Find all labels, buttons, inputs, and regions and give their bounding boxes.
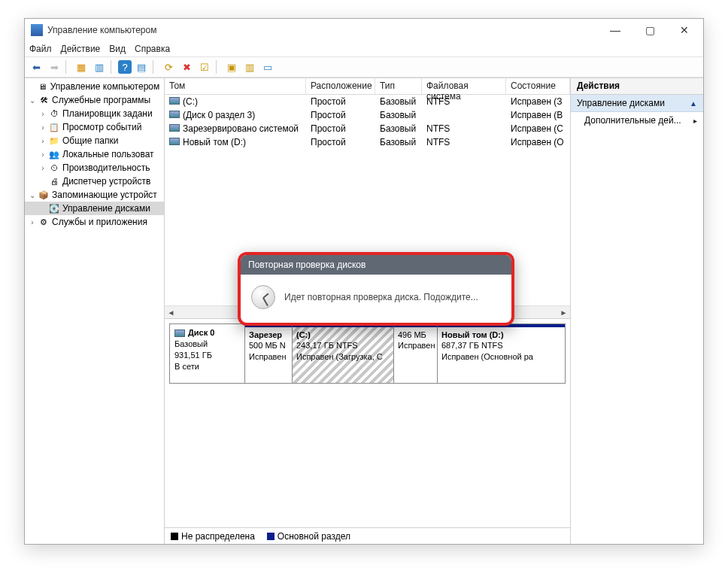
tree-system-tools[interactable]: ⌄ 🛠 Служебные программы xyxy=(25,93,164,107)
refresh-button[interactable]: ⟳ xyxy=(160,59,177,75)
back-button[interactable]: ⬅ xyxy=(28,59,44,75)
expand-icon[interactable]: › xyxy=(38,110,47,118)
menu-help[interactable]: Справка xyxy=(135,44,170,54)
actions-more-label: Дополнительные дей... xyxy=(584,115,681,126)
column-filesystem[interactable]: Файловая система xyxy=(422,78,506,94)
clock-icon xyxy=(251,285,275,309)
gauge-icon: ⏲ xyxy=(48,162,60,173)
navigation-tree[interactable]: 🖥 Управление компьютером (л ⌄ 🛠 Служебны… xyxy=(25,78,165,544)
actions-more[interactable]: Дополнительные дей... ▸ xyxy=(571,112,703,129)
disk-partitions: Зарезер 500 МБ N Исправен (C:) 243,17 ГБ… xyxy=(245,324,565,383)
menu-file[interactable]: Файл xyxy=(29,44,52,54)
collapse-icon[interactable]: ▲ xyxy=(690,99,697,108)
blank-area xyxy=(165,388,570,527)
expand-icon[interactable]: › xyxy=(38,137,47,145)
volume-icon xyxy=(169,124,180,132)
partition-size: 243,17 ГБ NTFS xyxy=(296,341,358,350)
event-icon: 📋 xyxy=(48,122,60,132)
partition-status: Исправен (Загрузка, С xyxy=(296,352,383,361)
app-icon xyxy=(31,24,43,36)
toolbar-separator xyxy=(65,60,70,74)
minimize-button[interactable]: — xyxy=(598,19,632,41)
scroll-right-button[interactable]: ► xyxy=(557,306,570,319)
partition-c[interactable]: (C:) 243,17 ГБ NTFS Исправен (Загрузка, … xyxy=(292,324,393,383)
tree-event-viewer[interactable]: › 📋 Просмотр событий xyxy=(25,120,164,134)
legend: Не распределена Основной раздел xyxy=(165,527,570,544)
view-button[interactable]: ▤ xyxy=(133,59,150,75)
partition-title: (C:) xyxy=(296,329,390,340)
maximize-button[interactable]: ▢ xyxy=(632,19,667,41)
settings-button[interactable]: ☑ xyxy=(196,59,213,75)
disk-type: Базовый xyxy=(174,339,240,350)
legend-primary: Основной раздел xyxy=(267,531,350,542)
tree-shared-folders[interactable]: › 📁 Общие папки xyxy=(25,134,164,147)
legend-unallocated: Не распределена xyxy=(171,531,255,542)
toolbar-separator xyxy=(111,60,115,74)
tree-storage[interactable]: ⌄ 📦 Запоминающие устройст xyxy=(25,188,164,202)
tools-icon: 🛠 xyxy=(38,95,50,105)
actions-header: Действия xyxy=(571,78,703,95)
expand-icon[interactable]: › xyxy=(38,123,47,132)
clock-icon: ⏱ xyxy=(48,108,60,119)
scroll-left-button[interactable]: ◄ xyxy=(165,306,177,319)
dialog-body: Идет повторная проверка диска. Подождите… xyxy=(241,275,511,323)
tree-task-scheduler[interactable]: › ⏱ Планировщик задани xyxy=(25,107,164,120)
partition-status: Исправен xyxy=(398,341,435,350)
close-button[interactable]: ✕ xyxy=(667,19,702,41)
menu-view[interactable]: Вид xyxy=(109,44,126,54)
partition-size: 496 МБ xyxy=(398,330,426,339)
column-status[interactable]: Состояние xyxy=(506,78,570,94)
partition-d[interactable]: Новый том (D:) 687,37 ГБ NTFS Исправен (… xyxy=(437,324,565,383)
disk-icon xyxy=(174,329,185,337)
partition-size: 687,37 ГБ NTFS xyxy=(441,341,503,350)
actions-category[interactable]: Управление дисками ▲ xyxy=(571,95,703,112)
detail-button[interactable]: ▭ xyxy=(259,59,276,75)
partition-reserved[interactable]: Зарезер 500 МБ N Исправен xyxy=(245,324,292,383)
dialog-title: Повторная проверка дисков xyxy=(241,255,511,275)
computer-icon: 🖥 xyxy=(37,81,48,92)
disk-icon: 💽 xyxy=(48,203,60,214)
partition-recovery[interactable]: 496 МБ Исправен xyxy=(393,324,437,383)
disk-info[interactable]: Диск 0 Базовый 931,51 ГБ В сети xyxy=(170,324,245,383)
actions-panel: Действия Управление дисками ▲ Дополнител… xyxy=(571,78,703,544)
partition-status: Исправен xyxy=(249,352,287,361)
volume-row[interactable]: Новый том (D:) Простой Базовый NTFS Испр… xyxy=(165,135,570,149)
tree-services-apps[interactable]: › ⚙ Службы и приложения xyxy=(25,215,164,229)
actions-category-label: Управление дисками xyxy=(577,98,665,108)
chevron-right-icon: ▸ xyxy=(693,117,697,125)
partition-title: Новый том (D:) xyxy=(441,329,561,340)
properties-button[interactable]: ▥ xyxy=(91,59,108,75)
help-button[interactable]: ? xyxy=(118,60,132,74)
menu-action[interactable]: Действие xyxy=(61,44,101,54)
disk-layout-area: Диск 0 Базовый 931,51 ГБ В сети Зарезер … xyxy=(165,318,570,388)
show-hide-tree-button[interactable]: ▦ xyxy=(73,59,89,75)
disk-row[interactable]: Диск 0 Базовый 931,51 ГБ В сети Зарезер … xyxy=(169,323,566,384)
window-title: Управление компьютером xyxy=(47,25,598,35)
delete-button[interactable]: ✖ xyxy=(178,59,195,75)
partition-status: Исправен (Основной ра xyxy=(441,352,533,361)
partition-size: 500 МБ N xyxy=(249,341,286,350)
expand-icon[interactable]: › xyxy=(28,218,37,226)
tree-local-users[interactable]: › 👥 Локальные пользоват xyxy=(25,147,164,161)
volume-row[interactable]: Зарезервировано системой Простой Базовый… xyxy=(165,122,570,135)
services-icon: ⚙ xyxy=(38,217,50,227)
disk-size: 931,51 ГБ xyxy=(174,350,240,361)
new-item-button[interactable]: ▣ xyxy=(223,59,240,75)
volume-row[interactable]: (C:) Простой Базовый NTFS Исправен (З xyxy=(165,95,570,108)
expand-icon[interactable]: › xyxy=(38,150,47,159)
tree-device-manager[interactable]: 🖨 Диспетчер устройств xyxy=(25,175,164,188)
expand-icon[interactable]: › xyxy=(38,164,47,172)
collapse-icon[interactable]: ⌄ xyxy=(28,191,37,199)
column-type[interactable]: Тип xyxy=(375,78,422,94)
column-layout[interactable]: Расположение xyxy=(306,78,375,94)
forward-button[interactable]: ➡ xyxy=(46,59,62,75)
toolbar-separator xyxy=(216,60,220,74)
tree-disk-management[interactable]: 💽 Управление дисками xyxy=(25,202,164,215)
collapse-icon[interactable]: ⌄ xyxy=(28,96,37,105)
tree-performance[interactable]: › ⏲ Производительность xyxy=(25,161,164,175)
list-button[interactable]: ▥ xyxy=(241,59,258,75)
volume-row[interactable]: (Диск 0 раздел 3) Простой Базовый Исправ… xyxy=(165,108,570,122)
tree-root[interactable]: 🖥 Управление компьютером (л xyxy=(25,80,164,93)
volume-icon xyxy=(169,97,180,105)
column-volume[interactable]: Том xyxy=(165,78,306,94)
